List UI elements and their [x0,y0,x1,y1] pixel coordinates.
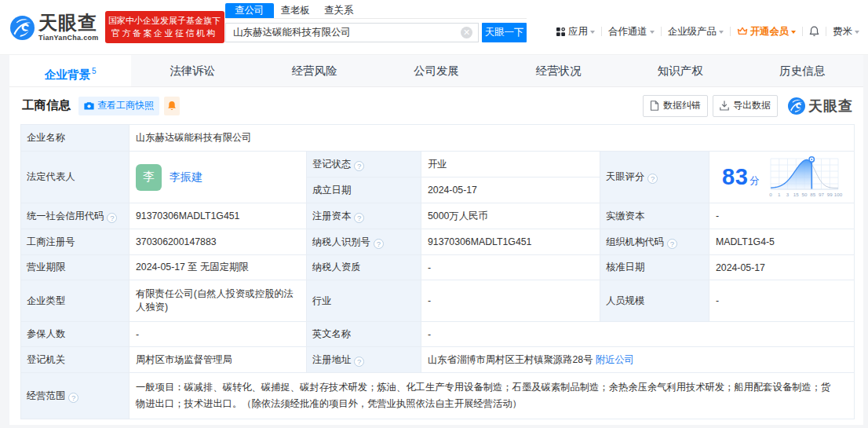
nav-tab-label: 企业背景 [45,68,90,81]
value-establish-date: 2024-05-17 [421,177,600,203]
monitor-bell-button[interactable] [164,97,180,115]
site-header: 天眼查 TianYanCha.com 国家中小企业发展子基金旗下 官方备案企业征… [0,0,868,55]
nav-tab-2[interactable]: 经营风险 [253,55,375,86]
apps-grid-icon [556,27,565,36]
help-icon[interactable]: ? [354,357,364,367]
score-value: 83 [722,164,748,190]
label-paid-capital: 实缴资本 [600,203,709,229]
help-icon[interactable]: ? [107,213,117,223]
search-tab-boss[interactable]: 查老板 [274,3,318,18]
field-label: 人员规模 [606,295,644,306]
data-correction-button[interactable]: 数据纠错 [643,95,708,117]
chevron-down-icon [791,31,796,34]
help-icon[interactable]: ? [354,161,364,171]
nav-tab-label: 知识产权 [658,64,703,77]
menu-separator [826,27,826,36]
nav-tab-6[interactable]: 历史信息 [742,55,863,86]
search-area: 查公司 查老板 查关系 ✕ 天眼一下 [225,4,527,42]
value-legal-rep: 李 李振建 [129,152,307,203]
label-establish-date: 成立日期 [307,177,421,203]
help-icon[interactable]: ? [374,239,384,249]
score-unit: 分 [749,174,760,188]
field-label: 登记机关 [27,354,65,365]
menu-separator [661,27,662,36]
search-tab-relation[interactable]: 查关系 [317,3,361,18]
menu-apps[interactable]: 应用 [556,25,595,38]
label-business-term: 营业期限 [21,255,129,280]
help-icon[interactable]: ? [354,213,364,223]
field-label: 注册资本 [312,210,351,221]
nav-tab-1[interactable]: 法律诉讼 [131,55,253,86]
label-taxpayer-quality: 纳税人资质 [307,255,421,280]
download-icon [720,101,729,111]
field-label: 行业 [312,295,332,306]
field-label: 参保人数 [27,328,65,339]
menu-vip[interactable]: 开通会员 [737,25,797,38]
svg-text:1: 1 [778,192,781,197]
search-input[interactable] [225,23,479,42]
search-tab-company[interactable]: 查公司 [225,3,274,18]
svg-text:99: 99 [827,192,833,197]
menu-cooperation-label: 合作通道 [608,25,647,38]
menu-user[interactable]: 费米 [833,25,859,38]
nearby-companies-link[interactable]: 附近公司 [596,354,634,365]
value-english-name: - [421,322,855,347]
value-insured-count: - [129,322,307,347]
field-label: 统一社会信用代码 [27,210,104,221]
value-staff-size: - [709,280,855,322]
crown-icon [737,27,748,36]
svg-text:50: 50 [801,192,807,197]
badge-line2: 官方备案企业征信机构 [105,27,224,39]
field-label: 法定代表人 [27,171,75,182]
clear-icon[interactable]: ✕ [461,27,472,38]
search-button[interactable]: 天眼一下 [482,23,527,42]
help-icon[interactable]: ? [68,393,78,403]
menu-separator [601,27,602,36]
nav-tab-5[interactable]: 知识产权 [619,55,741,86]
menu-cooperation[interactable]: 合作通道 [608,25,655,38]
value-credit-code: 91370306MADLT1G451 [129,203,307,229]
menu-apps-label: 应用 [568,25,588,38]
logo-domain: TianYanCha.com [38,34,99,42]
chevron-down-icon [590,31,595,34]
menu-notifications[interactable] [809,26,819,37]
legal-rep-link[interactable]: 李振建 [170,170,202,185]
search-tabs: 查公司 查老板 查关系 [225,4,527,19]
tianyancha-logo-icon [10,16,35,40]
logo-title: 天眼查 [38,13,99,32]
chevron-down-icon [719,31,724,34]
field-label: 核准日期 [606,262,644,273]
camera-icon [84,101,94,110]
tianyancha-logo[interactable]: 天眼查 TianYanCha.com [10,13,99,42]
label-business-scope: 经营范围? [21,373,129,419]
value-score: 83 分 0131550859799100 [709,152,855,203]
menu-enterprise-products[interactable]: 企业级产品 [668,25,724,38]
value-taxpayer-quality: - [421,255,600,280]
field-label: 企业类型 [27,295,65,306]
field-label: 注册地址 [312,354,351,365]
menu-user-label: 费米 [833,25,852,38]
value-taxpayer-id: 91370306MADLT1G451 [421,229,600,255]
nav-tab-label: 公司发展 [414,64,459,77]
export-button-label: 导出数据 [733,99,771,112]
help-icon[interactable]: ? [667,239,677,249]
export-data-button[interactable]: 导出数据 [713,95,778,117]
nav-tab-3[interactable]: 公司发展 [375,55,497,86]
svg-text:3: 3 [786,192,790,197]
score-distribution-chart: 0131550859799100 [768,154,844,201]
company-nav-tabs: 企业背景5法律诉讼经营风险公司发展经营状况知识产权历史信息 [9,55,863,87]
svg-text:15: 15 [793,192,799,197]
chevron-down-icon [650,31,655,34]
header-menu: 应用 合作通道 企业级产品 开通会员 费米 [556,24,859,39]
business-snapshot-button[interactable]: 查看工商快照 [78,97,159,115]
nav-tab-0[interactable]: 企业背景5 [9,55,131,86]
tianyancha-watermark-icon [788,97,805,115]
chevron-down-icon [855,31,859,34]
nav-tab-4[interactable]: 经营状况 [498,55,619,86]
value-company-type: 有限责任公司(自然人投资或控股的法人独资) [129,280,307,322]
label-reg-authority: 登记机关 [21,347,129,373]
svg-text:97: 97 [819,192,824,197]
help-icon[interactable]: ? [647,174,658,184]
legal-rep-avatar[interactable]: 李 [136,164,162,191]
label-legal-rep: 法定代表人 [21,152,129,203]
